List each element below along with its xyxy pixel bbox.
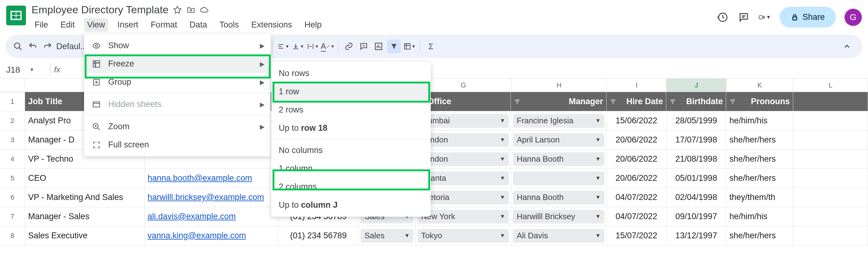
sheets-logo[interactable] <box>6 6 26 25</box>
view-menu-zoom[interactable]: Zoom▶ <box>84 118 271 136</box>
col-header-H[interactable]: H <box>512 78 607 92</box>
col-header-J[interactable]: J <box>666 78 726 92</box>
cell-pronouns[interactable]: he/him/his <box>726 111 793 130</box>
cell-pronouns[interactable]: they/them/th <box>726 188 793 207</box>
cell-email[interactable]: ali.davis@example.com <box>145 207 278 226</box>
cell-pronouns[interactable]: she/her/hers <box>726 226 793 246</box>
avatar[interactable]: G <box>844 9 862 26</box>
cell-hiredate[interactable]: 15/07/2022 <box>607 226 666 246</box>
link-icon[interactable] <box>343 40 355 53</box>
cell-hiredate[interactable]: 20/06/2022 <box>607 130 666 150</box>
col-header-L[interactable]: L <box>793 78 868 92</box>
comment-icon[interactable] <box>738 11 750 24</box>
freeze-no-rows[interactable]: No rows <box>271 64 431 83</box>
star-icon[interactable] <box>173 5 182 14</box>
cell-office[interactable]: Tokyo▼ <box>415 226 511 246</box>
cell-hiredate[interactable]: 15/06/2022 <box>607 111 666 130</box>
cell-pronouns[interactable]: she/her/hers <box>726 130 793 150</box>
table-menu-icon[interactable]: ▼ <box>403 40 415 53</box>
hdr-hiredate[interactable]: Hire Date <box>607 92 666 111</box>
cell-email[interactable]: harwilll.bricksey@example.com <box>145 188 278 207</box>
row-header-3[interactable]: 3 <box>0 130 25 150</box>
row-header-2[interactable]: 2 <box>0 111 25 130</box>
cell-birthdate[interactable]: 21/08/1998 <box>666 150 726 169</box>
freeze-upto-col[interactable]: Up to column J <box>271 196 431 214</box>
insert-comment-icon[interactable] <box>358 40 370 53</box>
cell-birthdate[interactable]: 13/12/1997 <box>666 226 726 246</box>
halign-icon[interactable]: ▼ <box>277 40 289 53</box>
row-header-5[interactable]: 5 <box>0 169 25 188</box>
cell-birthdate[interactable]: 17/07/1998 <box>666 130 726 150</box>
row-header-8[interactable]: 8 <box>0 226 25 246</box>
row-header-6[interactable]: 6 <box>0 188 25 207</box>
cell-jobtitle[interactable]: Sales Executive <box>25 226 144 246</box>
row-header-4[interactable]: 4 <box>0 150 25 169</box>
cell-email[interactable]: vanna.king@example.com <box>145 226 278 246</box>
share-button[interactable]: Share <box>780 7 836 28</box>
meet-icon[interactable]: ▼ <box>758 11 771 24</box>
wrap-icon[interactable]: ▼ <box>307 40 319 53</box>
cell-birthdate[interactable]: 05/01/1998 <box>666 169 726 188</box>
freeze-1-column[interactable]: 1 column <box>271 159 431 178</box>
menu-tools[interactable]: Tools <box>216 18 242 32</box>
cell-hiredate[interactable]: 20/06/2022 <box>607 169 666 188</box>
cell-birthdate[interactable]: 02/04/1998 <box>666 188 726 207</box>
menu-data[interactable]: Data <box>186 18 210 32</box>
cell-phone[interactable]: (01) 234 56789 <box>278 226 359 246</box>
rotate-icon[interactable]: A⤢▼ <box>321 40 334 53</box>
freeze-no-columns[interactable]: No columns <box>271 141 431 159</box>
cell-manager[interactable]: Ali Davis▼ <box>511 226 607 246</box>
hdr-birthdate[interactable]: Birthdate <box>666 92 726 111</box>
cell-pronouns[interactable]: she/her/hers <box>726 150 793 169</box>
filter-icon[interactable] <box>387 39 401 53</box>
menu-extensions[interactable]: Extensions <box>248 18 295 32</box>
freeze-2-rows[interactable]: 2 rows <box>271 101 431 119</box>
cell-hiredate[interactable]: 04/07/2022 <box>607 207 666 226</box>
history-icon[interactable] <box>717 11 729 24</box>
cell-jobtitle[interactable]: VP - Marketing And Sales <box>25 188 144 207</box>
view-menu-group[interactable]: Group▶ <box>84 73 271 91</box>
row-header-7[interactable]: 7 <box>0 207 25 226</box>
cell-dept[interactable]: Sales▼ <box>359 226 415 246</box>
undo-icon[interactable] <box>27 40 39 53</box>
freeze-2-columns[interactable]: 2 columns <box>271 178 431 196</box>
menu-help[interactable]: Help <box>301 18 325 32</box>
menu-format[interactable]: Format <box>148 18 181 32</box>
menu-view[interactable]: View <box>84 18 108 32</box>
cell-manager[interactable]: Hanna Booth▼ <box>511 150 607 169</box>
hdr-pronouns[interactable]: Pronouns <box>726 92 793 111</box>
cell-hiredate[interactable]: 20/06/2022 <box>607 150 666 169</box>
cell-manager[interactable]: April Larson▼ <box>511 130 607 150</box>
doc-title[interactable]: Employee Directory Template <box>32 4 168 16</box>
view-menu-freeze[interactable]: Freeze▶ <box>84 55 271 73</box>
collapse-toolbar-icon[interactable] <box>841 40 853 53</box>
view-menu-full-screen[interactable]: Full screen <box>84 136 271 154</box>
menu-edit[interactable]: Edit <box>58 18 78 32</box>
hdr-manager[interactable]: Manager <box>511 92 606 111</box>
cell-jobtitle[interactable]: Manager - Sales <box>25 207 144 226</box>
valign-icon[interactable]: ▼ <box>292 40 304 53</box>
cell-manager[interactable]: ▼ <box>511 169 607 188</box>
cloud-icon[interactable] <box>200 5 209 14</box>
freeze-upto-row[interactable]: Up to row 18 <box>271 119 431 137</box>
cell-manager[interactable]: Francine Iglesia▼ <box>511 111 607 130</box>
functions-icon[interactable]: Σ <box>425 40 437 53</box>
menu-file[interactable]: File <box>32 18 51 32</box>
menu-insert[interactable]: Insert <box>114 18 142 32</box>
chart-icon[interactable] <box>372 40 385 53</box>
cell-birthdate[interactable]: 28/05/1999 <box>666 111 726 130</box>
cell-manager[interactable]: Hanna Booth▼ <box>511 188 607 207</box>
move-icon[interactable] <box>186 5 195 14</box>
cell-manager[interactable]: Harwilll Bricksey▼ <box>511 207 607 226</box>
row-header-1[interactable]: 1 <box>0 92 25 111</box>
cell-hiredate[interactable]: 04/07/2022 <box>607 188 666 207</box>
cell-email[interactable]: hanna.booth@example.com <box>145 169 278 188</box>
redo-icon[interactable] <box>41 40 54 53</box>
freeze-1-row[interactable]: 1 row <box>271 83 431 101</box>
cell-birthdate[interactable]: 09/10/1997 <box>666 207 726 226</box>
cell-jobtitle[interactable]: CEO <box>25 169 144 188</box>
name-box[interactable]: J18▼ <box>6 65 46 75</box>
col-header-I[interactable]: I <box>607 78 666 92</box>
cell-pronouns[interactable]: she/her/hers <box>726 169 793 188</box>
col-header-K[interactable]: K <box>726 78 794 92</box>
